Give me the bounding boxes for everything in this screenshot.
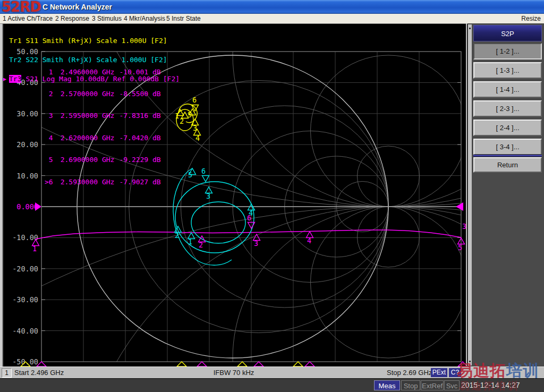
softkey-return[interactable]: Return xyxy=(473,157,542,173)
ref-arrow-left xyxy=(35,202,41,211)
start-frequency: Start 2.496 GHz xyxy=(14,369,64,377)
marker-row-active: >62.5930000 GHz-7.9027 dB xyxy=(45,178,161,186)
svg-text:3: 3 xyxy=(254,239,258,248)
marker-row: 32.5950000 GHz-7.8316 dB xyxy=(45,112,161,120)
channel-number-box: 1 xyxy=(2,368,12,378)
y-label: -20.00 xyxy=(12,265,38,273)
menu-mkr-analysis[interactable]: 4 Mkr/Analysis xyxy=(124,15,165,22)
menu-response[interactable]: 2 Response xyxy=(55,15,89,22)
menu-bar: 1 Active Ch/Trace 2 Response 3 Stimulus … xyxy=(0,14,544,24)
svg-text:5: 5 xyxy=(188,110,192,119)
menu-instr-state[interactable]: 5 Instr State xyxy=(166,15,201,22)
y-label: -30.00 xyxy=(12,295,38,304)
marker-table: 12.4960000 GHz-10.001 dB 22.5700000 GHz-… xyxy=(45,54,161,193)
svg-text:4: 4 xyxy=(196,134,200,142)
y-label: 20.00 xyxy=(16,140,38,149)
svg-text:6: 6 xyxy=(192,96,197,104)
bottom-marker-ticks xyxy=(21,362,468,367)
softkey-3-4[interactable]: [ 3-4 ]... xyxy=(473,139,542,155)
svg-text:1: 1 xyxy=(175,112,179,120)
pext-indicator: PExt xyxy=(431,368,447,377)
svg-text:6: 6 xyxy=(201,167,206,175)
marker-row: 42.6200000 GHz-7.0420 dB xyxy=(45,134,161,142)
scroll-up-icon[interactable] xyxy=(469,28,471,29)
svg-text:2: 2 xyxy=(180,117,184,125)
softkey-1-3[interactable]: [ 1-3 ]... xyxy=(473,62,542,79)
svg-text:2: 2 xyxy=(175,231,179,240)
svg-text:5: 5 xyxy=(458,243,462,252)
softkey-1-2[interactable]: [ 1-2 ]... xyxy=(473,43,542,59)
stop-frequency: Stop 2.69 GHz xyxy=(387,369,432,377)
panel-divider xyxy=(466,23,467,367)
svg-text:2: 2 xyxy=(199,241,203,249)
extref-indicator: ExtRef xyxy=(421,380,444,390)
tr3-markers: 1 2 3 4 5 6 3 xyxy=(32,214,467,253)
y-label: 30.00 xyxy=(16,109,38,118)
svg-text:1: 1 xyxy=(32,244,37,253)
trace-tr2-s22 xyxy=(173,168,254,265)
marker-row: 52.6900000 GHz-9.2229 dB xyxy=(45,156,161,164)
active-trace-arrow-icon: ▶ xyxy=(3,76,6,82)
softkey-title: S2P xyxy=(473,25,542,41)
y-axis-labels: 50.00 40.00 30.00 20.00 10.00 0.000 -10.… xyxy=(12,47,38,366)
y-label: -40.00 xyxy=(12,327,38,335)
trace-info-tr1[interactable]: Tr1S11 Smith (R+jX) Scale 1.000U [F2] xyxy=(3,38,180,44)
softkey-panel: S2P [ 1-2 ]... [ 1-3 ]... [ 1-4 ]... [ 2… xyxy=(468,23,544,367)
title-bar: C Network Analyzer xyxy=(0,0,544,14)
softkey-separator xyxy=(473,155,542,157)
window-title: C Network Analyzer xyxy=(42,0,112,14)
menu-resize[interactable]: Resize xyxy=(521,15,541,22)
marker-row: 22.5700000 GHz-8.5500 dB xyxy=(45,90,161,98)
menu-active-ch-trace[interactable]: 1 Active Ch/Trace xyxy=(3,15,53,22)
svg-text:1: 1 xyxy=(188,237,192,246)
svg-text:5: 5 xyxy=(188,171,192,179)
svg-text:3: 3 xyxy=(206,192,210,200)
watermark-yiditulo: 易迪拓培训 xyxy=(457,360,539,382)
menu-stimulus[interactable]: 3 Stimulus xyxy=(92,15,122,22)
marker-row: 12.4960000 GHz-10.001 dB xyxy=(45,69,161,76)
softkey-2-3[interactable]: [ 2-3 ]... xyxy=(473,100,542,117)
softkey-scrollbar[interactable] xyxy=(468,24,472,365)
y-label: -10.00 xyxy=(12,233,38,242)
meas-indicator: Meas xyxy=(374,380,400,390)
svg-text:6: 6 xyxy=(247,214,251,222)
y-label-reference: 0.000 xyxy=(16,202,38,211)
softkey-1-4[interactable]: [ 1-4 ]... xyxy=(473,81,542,98)
softkey-2-4[interactable]: [ 2-4 ]... xyxy=(473,120,542,136)
svg-text:4: 4 xyxy=(307,236,311,245)
svg-text:3: 3 xyxy=(193,124,197,132)
sweep-stop-indicator: Stop xyxy=(401,380,420,390)
vna-screen: { "window": { "title": "C Network Analyz… xyxy=(0,0,544,392)
watermark-52rd: 52RD xyxy=(2,0,41,15)
ifbw-readout: IFBW 70 kHz xyxy=(191,369,276,377)
y-label: 10.00 xyxy=(16,172,38,180)
